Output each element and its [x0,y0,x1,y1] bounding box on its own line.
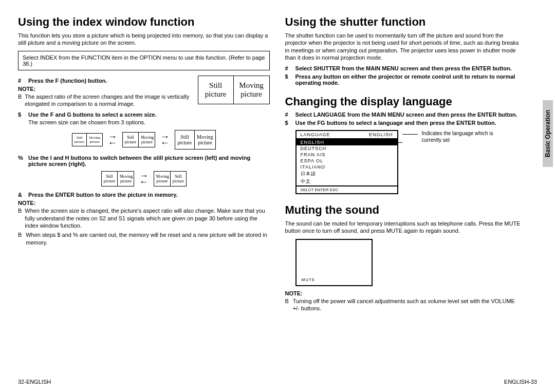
size-option-2: Stillpicture Movingpicture [122,132,155,147]
intro-text: This function lets you store a picture w… [18,32,270,47]
language-item-english: ENGLISH [297,139,397,145]
heading-index-window: Using the index window function [18,15,270,29]
muting-intro: The sound can be muted for temporary int… [285,220,522,235]
mute-note-label: NOTE: [285,290,522,296]
final-note-2: B When steps $ and % are carried out, th… [18,231,270,246]
language-callout: Indicates the language which is currentl… [422,130,514,143]
mute-screen: MUTE [295,239,373,286]
step-3: % Use the I and H buttons to switch betw… [18,155,270,167]
size-option-3: Stillpicture Movingpicture [175,130,216,150]
step-4: & Press the ENTER button to store the pi… [18,192,270,198]
mute-note: B Turning off the power will cancel adju… [285,297,522,312]
picture-diagram-large: Stillpicture Movingpicture [198,76,270,104]
language-item-francais: FRAN AIS [297,152,397,158]
language-item-deutsch: DEUTSCH [297,145,397,152]
heading-language: Changing the display language [285,95,522,108]
size-option-1: Stillpicture Movingpicture [72,133,103,146]
lang-step-1: # Select LANGUAGE from the MAIN MENU scr… [285,111,522,118]
language-menu-footer: SELCT ENTER ESC [297,185,397,193]
language-item-japanese: 日本語 [297,170,397,178]
callout-line [402,134,418,135]
boxed-instruction: Select INDEX from the FUNCTION item in t… [18,51,270,70]
arrow-icon: →← [160,134,170,146]
note-label: NOTE: [18,86,192,92]
shutter-step-2: $ Press any button on either the project… [285,73,522,86]
heading-muting: Muting the sound [285,203,522,217]
language-menu-wrap: LANGUAGE ENGLISH ENGLISH DEUTSCH FRAN AI… [295,130,522,194]
arrow-icon: →← [139,173,149,185]
page-footer-right: ENGLISH-33 [504,379,537,385]
arrow-icon: →← [108,134,117,146]
language-item-chinese: 中文 [297,178,397,185]
final-note-label: NOTE: [18,200,270,206]
page-footer-left: 32-ENGLISH [18,379,51,385]
mute-label: MUTE [302,277,316,282]
step-1: # Press the F (function) button. [18,78,192,84]
language-item-espanol: ESPA OL [297,158,397,164]
manual-page: Using the index window function This fun… [0,0,555,392]
step1-wrap: # Press the F (function) button. NOTE: B… [18,76,270,110]
shutter-step-1: # Select SHUTTER from the MAIN MENU scre… [285,65,522,71]
side-tab: Basic Operation [543,100,553,167]
switch-option-sm2: Movingpicture Stillpicture [154,171,187,186]
switch-diagram-row: Stillpicture Movingpicture →← Movingpict… [18,171,270,186]
language-menu: LANGUAGE ENGLISH ENGLISH DEUTSCH FRAN AI… [295,130,398,194]
language-item-italiano: ITALIANO [297,164,397,170]
language-list: ENGLISH DEUTSCH FRAN AIS ESPA OL ITALIAN… [297,139,397,185]
final-note-1: B When the screen size is changed, the p… [18,207,270,229]
step-2: $ Use the F and G buttons to select a sc… [18,111,270,118]
heading-shutter: Using the shutter function [285,15,522,29]
step-2-sub: The screen size can be chosen from 3 opt… [28,119,270,126]
language-menu-title: LANGUAGE ENGLISH [297,131,397,139]
switch-option-sm1: Stillpicture Movingpicture [101,171,134,186]
size-diagram-row: Stillpicture Movingpicture →← Stillpictu… [18,130,270,150]
lang-step-2: $ Use the FG buttons to select a languag… [285,120,522,126]
left-column: Using the index window function This fun… [18,15,270,387]
note-item: B The aspect ratio of the screen changes… [18,93,192,108]
right-column: Using the shutter function The shutter f… [285,15,537,387]
shutter-intro: The shutter function can be used to mome… [285,32,522,61]
